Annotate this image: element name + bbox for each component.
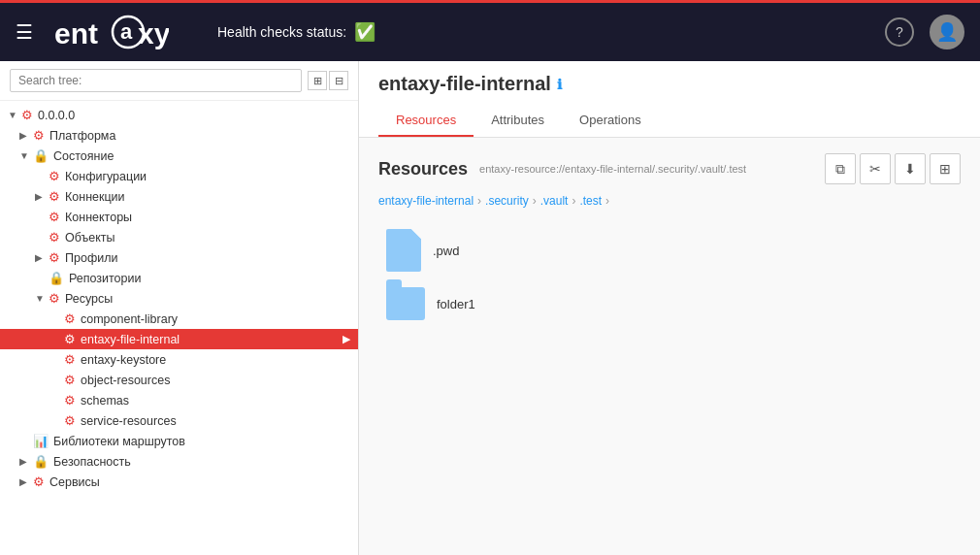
tree-item-icon: ⚙ — [49, 291, 60, 306]
tab-bar: Resources Attributes Operations — [378, 105, 961, 137]
tree-item-icon: ⚙ — [49, 230, 60, 245]
health-status: Health checks status: ✅ — [217, 21, 376, 43]
tree-item-state[interactable]: ▼ 🔒 Состояние — [0, 146, 358, 166]
chevron-icon: ▶ — [19, 456, 33, 467]
tree-item-label: Профили — [65, 251, 350, 265]
svg-text:a: a — [120, 19, 133, 44]
collapse-all-button[interactable]: ⊟ — [329, 71, 348, 90]
tree-item-root[interactable]: ▼ ⚙ 0.0.0.0 — [0, 105, 358, 125]
search-input[interactable] — [10, 69, 302, 92]
tree-item-label: Библиотеки маршрутов — [53, 435, 350, 448]
topbar-right: ? 👤 — [885, 15, 964, 49]
tree-item-label: Состояние — [53, 149, 350, 163]
tree-item-icon: 🔒 — [49, 271, 64, 285]
tree-item-label: Коннекции — [65, 190, 350, 204]
tree-item-icon: ⚙ — [64, 373, 76, 387]
breadcrumb-sep-1: › — [477, 194, 481, 208]
tree-item-icon: ⚙ — [21, 108, 33, 122]
tree-item-icon: 📊 — [33, 434, 49, 448]
tree-item-label: object-resources — [81, 374, 350, 387]
tree-item-profiles[interactable]: ▶ ⚙ Профили — [0, 247, 358, 268]
resources-header: Resources entaxy-resource://entaxy-file-… — [378, 153, 961, 184]
tree-item-configs[interactable]: ▶ ⚙ Конфигурации — [0, 166, 358, 186]
tree-item-repos[interactable]: ▶ 🔒 Репозитории — [0, 268, 358, 288]
breadcrumb-vault[interactable]: .vault — [540, 194, 569, 208]
topbar: ☰ ent a xy Health checks status: ✅ ? 👤 — [0, 3, 980, 61]
cut-button[interactable]: ✂ — [860, 153, 891, 184]
tree-item-connections[interactable]: ▶ ⚙ Коннекции — [0, 186, 358, 207]
tree-item-icon: ⚙ — [64, 413, 76, 428]
tree-item-icon: ⚙ — [49, 210, 60, 224]
tree-item-icon: ⚙ — [64, 332, 76, 346]
tree-item-icon: ⚙ — [64, 311, 76, 326]
breadcrumb-security[interactable]: .security — [485, 194, 529, 208]
arrow-right-icon: ▶ — [343, 333, 350, 345]
file-icon-corner — [411, 229, 421, 239]
tree-item-label: 0.0.0.0 — [38, 109, 350, 122]
tree-item-label: schemas — [81, 394, 350, 408]
tree-item-entaxy-file-internal[interactable]: ▶ ⚙ entaxy-file-internal ▶ — [0, 329, 358, 349]
help-button[interactable]: ? — [885, 17, 914, 47]
tab-resources[interactable]: Resources — [378, 105, 474, 137]
main-layout: ⊞ ⊟ ▼ ⚙ 0.0.0.0 ▶ ⚙ Платформа ▼ 🔒 Состоя… — [0, 61, 980, 555]
expand-all-button[interactable]: ⊞ — [308, 71, 327, 90]
file-item-folder1[interactable]: folder1 — [378, 281, 961, 326]
tree-item-label: Репозитории — [69, 272, 350, 285]
tree-item-label: Сервисы — [49, 475, 350, 489]
resources-toolbar: ⧉ ✂ ⬇ ⊞ — [825, 153, 961, 184]
tree-item-label: Объекты — [65, 231, 350, 245]
tree-item-connectors[interactable]: ▶ ⚙ Коннекторы — [0, 207, 358, 227]
tree-item-label: Коннекторы — [65, 211, 350, 224]
page-title-text: entaxy-file-internal — [378, 73, 551, 95]
tree-item-icon: ⚙ — [64, 352, 76, 367]
sidebar-search-bar: ⊞ ⊟ — [0, 61, 358, 101]
health-label: Health checks status: — [217, 24, 346, 40]
info-icon[interactable]: ℹ — [557, 77, 562, 92]
tree-item-schemas[interactable]: ▶ ⚙ schemas — [0, 390, 358, 410]
tree-item-icon: ⚙ — [33, 128, 45, 143]
breadcrumb-test[interactable]: .test — [579, 194, 602, 208]
resources-title: Resources — [378, 159, 468, 180]
folder-icon-folder1 — [386, 287, 425, 320]
tree-item-resources[interactable]: ▼ ⚙ Ресурсы — [0, 288, 358, 309]
tree-item-icon: 🔒 — [33, 148, 49, 163]
menu-icon[interactable]: ☰ — [16, 20, 33, 44]
breadcrumb-sep-2: › — [533, 194, 537, 208]
tree-item-object-resources[interactable]: ▶ ⚙ object-resources — [0, 370, 358, 390]
svg-text:xy: xy — [138, 17, 169, 49]
logo: ent a xy — [52, 13, 169, 51]
file-item-pwd[interactable]: .pwd — [378, 223, 961, 278]
resources-panel: Resources entaxy-resource://entaxy-file-… — [359, 138, 980, 555]
tree-item-services[interactable]: ▶ ⚙ Сервисы — [0, 472, 358, 492]
tree-item-icon: ⚙ — [49, 250, 60, 265]
tree-item-entaxy-keystore[interactable]: ▶ ⚙ entaxy-keystore — [0, 349, 358, 370]
tree-item-route-libraries[interactable]: ▶ 📊 Библиотеки маршрутов — [0, 431, 358, 451]
download-button[interactable]: ⬇ — [895, 153, 926, 184]
tree-item-objects[interactable]: ▶ ⚙ Объекты — [0, 227, 358, 247]
tree-item-component-library[interactable]: ▶ ⚙ component-library — [0, 309, 358, 329]
file-name-folder1: folder1 — [437, 297, 475, 311]
health-check-icon: ✅ — [354, 21, 376, 43]
copy-button[interactable]: ⧉ — [825, 153, 856, 184]
tree-item-label: Конфигурации — [65, 170, 350, 183]
grid-view-button[interactable]: ⊞ — [930, 153, 961, 184]
avatar[interactable]: 👤 — [930, 15, 964, 49]
tab-attributes[interactable]: Attributes — [474, 105, 562, 137]
tree-item-service-resources[interactable]: ▶ ⚙ service-resources — [0, 410, 358, 431]
breadcrumb-entaxy-file-internal[interactable]: entaxy-file-internal — [378, 194, 474, 208]
sidebar-tree: ▼ ⚙ 0.0.0.0 ▶ ⚙ Платформа ▼ 🔒 Состояние … — [0, 101, 358, 555]
tree-item-label: entaxy-keystore — [81, 353, 350, 367]
tree-item-security[interactable]: ▶ 🔒 Безопасность — [0, 451, 358, 472]
breadcrumb-sep-4: › — [605, 194, 609, 208]
tab-operations[interactable]: Operations — [562, 105, 659, 137]
tree-item-label: Платформа — [49, 129, 350, 143]
tree-item-platform[interactable]: ▶ ⚙ Платформа — [0, 125, 358, 146]
file-name-pwd: .pwd — [433, 244, 459, 258]
tree-item-label: service-resources — [81, 414, 350, 428]
content-area: entaxy-file-internal ℹ Resources Attribu… — [359, 61, 980, 555]
breadcrumb: entaxy-file-internal › .security › .vaul… — [378, 194, 961, 208]
tree-item-label: Безопасность — [53, 455, 350, 469]
sidebar: ⊞ ⊟ ▼ ⚙ 0.0.0.0 ▶ ⚙ Платформа ▼ 🔒 Состоя… — [0, 61, 359, 555]
tree-item-icon: ⚙ — [49, 189, 60, 204]
tree-item-icon: ⚙ — [64, 393, 76, 408]
